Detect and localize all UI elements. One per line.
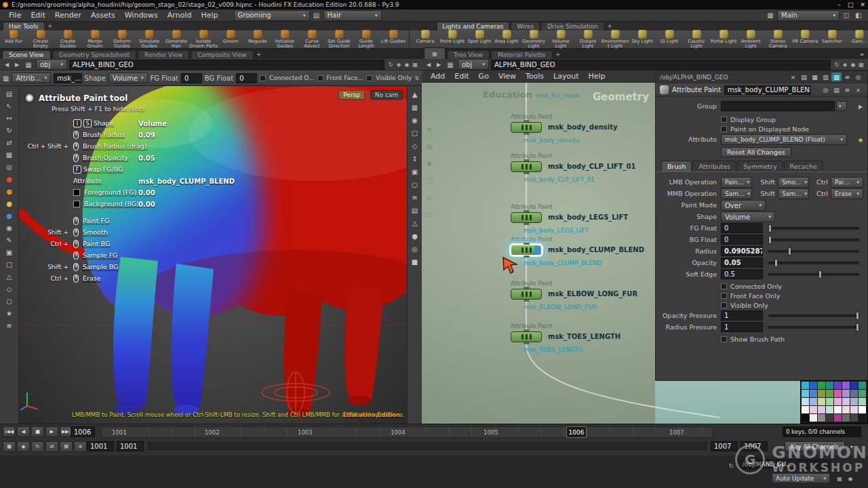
- rings-icon[interactable]: ○: [3, 296, 16, 307]
- shelf-tool-caustic-light[interactable]: Caustic Light: [683, 30, 710, 49]
- node-name-field[interactable]: msk_body_CLUMP_BLEND: [724, 85, 811, 95]
- shelf-tool-camera[interactable]: Camera: [412, 30, 439, 49]
- shelf-tool-reguide[interactable]: Reguide: [244, 30, 271, 49]
- mirror-icon[interactable]: ⇄: [3, 137, 16, 148]
- palette-swatch[interactable]: [818, 382, 825, 389]
- target-icon[interactable]: ◉: [17, 441, 30, 452]
- list-icon[interactable]: ▤: [60, 441, 73, 452]
- grooming-dropdown[interactable]: Grooming▾: [234, 10, 310, 21]
- bg-float-field[interactable]: 0: [236, 73, 257, 83]
- palette-swatch[interactable]: [842, 390, 850, 397]
- desktop-dropdown[interactable]: Main▾: [777, 10, 840, 21]
- swap-icon[interactable]: ⇄: [45, 441, 58, 452]
- palette-swatch[interactable]: [842, 414, 850, 422]
- grid-icon[interactable]: ▦: [857, 60, 865, 69]
- menu-arnold[interactable]: Arnold: [163, 10, 197, 20]
- dot-icon[interactable]: ●: [409, 230, 421, 242]
- shape-dropdown[interactable]: Volume▾: [108, 73, 148, 83]
- param-tab-recache[interactable]: Recache: [784, 161, 823, 171]
- palette-swatch[interactable]: [810, 382, 817, 389]
- edit-icon[interactable]: ✎: [3, 235, 16, 246]
- palette-swatch[interactable]: [850, 414, 858, 422]
- param-bg-field[interactable]: 0: [721, 235, 763, 245]
- node-msk_body_CLP_LIFT_01[interactable]: [511, 161, 542, 172]
- close-button[interactable]: ✕: [860, 1, 865, 8]
- prims-icon[interactable]: △: [3, 271, 16, 283]
- network-grid-icon[interactable]: ▦: [23, 60, 34, 69]
- radius-slider[interactable]: [768, 250, 859, 253]
- palette-swatch[interactable]: [834, 406, 842, 413]
- node-msk_body_density[interactable]: [511, 122, 542, 133]
- net-menu-go[interactable]: Go: [474, 71, 494, 81]
- net-context-dropdown[interactable]: obj▾: [458, 59, 489, 70]
- box-icon[interactable]: □: [3, 259, 16, 270]
- flag-icon[interactable]: ◈: [395, 60, 403, 69]
- display-icon[interactable]: ▣: [409, 166, 421, 178]
- close-icon[interactable]: ×: [788, 73, 798, 81]
- circle-icon[interactable]: ○: [423, 208, 435, 220]
- opacity-slider[interactable]: [768, 262, 859, 264]
- shelf-tool-portal-light[interactable]: Portal Light: [710, 30, 737, 49]
- mmb-op-dropdown[interactable]: Sam...▾: [721, 188, 752, 199]
- tab-composite-view[interactable]: Composite View: [191, 50, 253, 59]
- palette-swatch[interactable]: [818, 406, 825, 413]
- front-face-checkbox[interactable]: Front Face...: [317, 75, 364, 81]
- paint-mode-dropdown[interactable]: Over▾: [721, 200, 766, 211]
- menu-help[interactable]: Help: [196, 10, 222, 20]
- current-frame-field[interactable]: 1006: [71, 426, 95, 437]
- radius-field[interactable]: 0.0905287: [721, 246, 763, 256]
- range-start-field[interactable]: 1001: [87, 441, 114, 451]
- soft-edge-field[interactable]: 0.5: [721, 269, 763, 279]
- smooth-icon[interactable]: ●: [3, 198, 16, 209]
- menu-icon[interactable]: ≡: [3, 320, 16, 331]
- close-icon[interactable]: ×: [853, 85, 863, 94]
- shelf-tool-add-fur[interactable]: Add Fur: [0, 30, 27, 49]
- playback-start-field[interactable]: 1001: [117, 441, 144, 451]
- shelf-tool-guide-length[interactable]: Guide Length: [353, 30, 380, 49]
- shelf-tool-set-guide-direction[interactable]: Set Guide Direction: [326, 30, 353, 49]
- net-menu-help[interactable]: Help: [584, 71, 610, 81]
- soft-edge-slider[interactable]: [768, 273, 859, 276]
- display-flag[interactable]: [534, 246, 540, 254]
- paint-displayed-checkbox[interactable]: Paint on Displayed Node: [656, 123, 867, 134]
- palette-swatch[interactable]: [850, 406, 858, 413]
- palette-swatch[interactable]: [859, 398, 866, 405]
- scene-viewport[interactable]: Persp No cam Attribute Paint tool Press …: [19, 86, 407, 424]
- palette-swatch[interactable]: [802, 414, 809, 422]
- network-view-tab[interactable]: ▦: [424, 47, 446, 59]
- node-msk_ELBOW_LONG_FUR[interactable]: [511, 289, 542, 300]
- palette-swatch[interactable]: [859, 390, 866, 397]
- attribute-value-dropdown[interactable]: msk_body_CLUMP_BLEND (Float)▾: [721, 134, 847, 145]
- list-icon[interactable]: ▤: [409, 205, 421, 216]
- shelf-tool-environment-light[interactable]: Environment Light: [601, 30, 629, 49]
- palette-swatch[interactable]: [810, 414, 817, 422]
- shelf-tool-area-light[interactable]: Area Light: [493, 30, 520, 49]
- menu-windows[interactable]: Windows: [120, 10, 163, 20]
- shelf-tool-distant-light[interactable]: Distant Light: [574, 30, 601, 49]
- box-icon[interactable]: □: [409, 127, 421, 139]
- palette-swatch[interactable]: [826, 398, 833, 405]
- paint-bg-icon[interactable]: ●: [3, 186, 16, 197]
- playback-end-field[interactable]: 1007: [711, 441, 738, 451]
- attribute-dropdown[interactable]: Attrib...▾: [12, 73, 51, 83]
- palette-swatch[interactable]: [850, 398, 858, 405]
- palette-swatch[interactable]: [842, 406, 850, 413]
- param-tab-symmetry[interactable]: Symmetry: [737, 161, 783, 171]
- shelf-tool-lift-guides[interactable]: Lift Guides: [380, 30, 407, 49]
- target-icon[interactable]: ◎: [821, 85, 831, 94]
- palette-swatch[interactable]: [850, 390, 858, 397]
- target-icon[interactable]: ◉: [423, 157, 435, 169]
- fg-slider[interactable]: [768, 227, 859, 230]
- badges-icon[interactable]: ▧: [831, 73, 842, 81]
- shelf-tool-volume-light[interactable]: Volume Light: [547, 30, 574, 49]
- shelf-tool-switcher[interactable]: Switcher: [818, 30, 846, 49]
- palette-swatch[interactable]: [834, 382, 842, 389]
- paint-fg-icon[interactable]: ●: [3, 174, 16, 185]
- radius-pressure-slider[interactable]: [768, 326, 859, 329]
- opacity-field[interactable]: 0.05: [721, 258, 763, 268]
- view-icon[interactable]: ◎: [3, 161, 16, 173]
- shelf-tool-gam-[interactable]: Gam...: [846, 30, 868, 49]
- tri-icon[interactable]: △: [423, 191, 435, 203]
- context-dropdown[interactable]: obj▾: [36, 59, 67, 70]
- refresh-icon[interactable]: ↻: [387, 60, 395, 69]
